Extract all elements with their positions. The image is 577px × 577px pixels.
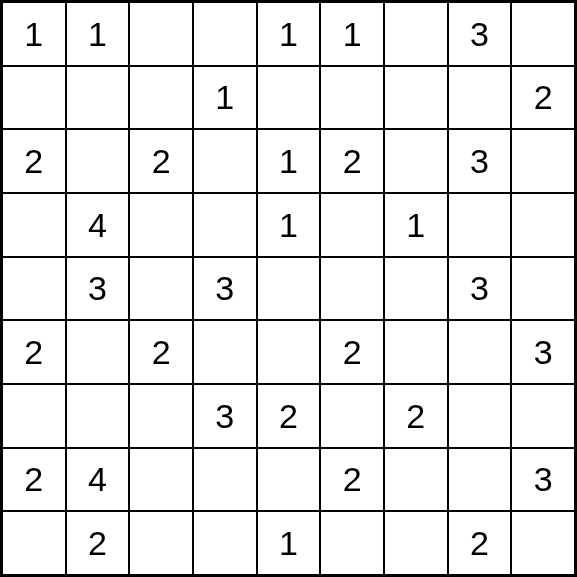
cell-r7-c4[interactable] — [257, 448, 321, 512]
cell-r0-c2[interactable] — [129, 2, 193, 66]
cell-r6-c2[interactable] — [129, 384, 193, 448]
cell-r3-c6[interactable]: 1 — [384, 193, 448, 257]
cell-r7-c2[interactable] — [129, 448, 193, 512]
puzzle-grid: 1 1 1 1 3 1 2 2 2 1 2 3 4 1 1 3 3 3 2 2 … — [0, 0, 577, 577]
cell-r0-c7[interactable]: 3 — [448, 2, 512, 66]
cell-r1-c2[interactable] — [129, 66, 193, 130]
cell-r5-c4[interactable] — [257, 320, 321, 384]
cell-r1-c6[interactable] — [384, 66, 448, 130]
cell-r2-c2[interactable]: 2 — [129, 129, 193, 193]
cell-r1-c7[interactable] — [448, 66, 512, 130]
cell-r0-c3[interactable] — [193, 2, 257, 66]
cell-r4-c8[interactable] — [511, 257, 575, 321]
cell-r8-c2[interactable] — [129, 511, 193, 575]
cell-r4-c2[interactable] — [129, 257, 193, 321]
cell-r7-c1[interactable]: 4 — [66, 448, 130, 512]
cell-r8-c8[interactable] — [511, 511, 575, 575]
cell-r8-c7[interactable]: 2 — [448, 511, 512, 575]
cell-r0-c4[interactable]: 1 — [257, 2, 321, 66]
cell-r1-c5[interactable] — [320, 66, 384, 130]
cell-r5-c0[interactable]: 2 — [2, 320, 66, 384]
cell-r5-c1[interactable] — [66, 320, 130, 384]
cell-r1-c1[interactable] — [66, 66, 130, 130]
cell-r8-c3[interactable] — [193, 511, 257, 575]
cell-r8-c5[interactable] — [320, 511, 384, 575]
cell-r5-c7[interactable] — [448, 320, 512, 384]
cell-r4-c7[interactable]: 3 — [448, 257, 512, 321]
cell-r0-c0[interactable]: 1 — [2, 2, 66, 66]
cell-r7-c8[interactable]: 3 — [511, 448, 575, 512]
cell-r5-c5[interactable]: 2 — [320, 320, 384, 384]
cell-r3-c7[interactable] — [448, 193, 512, 257]
cell-r6-c7[interactable] — [448, 384, 512, 448]
cell-r4-c3[interactable]: 3 — [193, 257, 257, 321]
cell-r6-c6[interactable]: 2 — [384, 384, 448, 448]
cell-r0-c8[interactable] — [511, 2, 575, 66]
cell-r1-c3[interactable]: 1 — [193, 66, 257, 130]
cell-r6-c4[interactable]: 2 — [257, 384, 321, 448]
cell-r6-c1[interactable] — [66, 384, 130, 448]
cell-r8-c0[interactable] — [2, 511, 66, 575]
cell-r3-c5[interactable] — [320, 193, 384, 257]
cell-r2-c0[interactable]: 2 — [2, 129, 66, 193]
cell-r4-c6[interactable] — [384, 257, 448, 321]
cell-r8-c6[interactable] — [384, 511, 448, 575]
cell-r6-c5[interactable] — [320, 384, 384, 448]
cell-r8-c1[interactable]: 2 — [66, 511, 130, 575]
cell-r6-c0[interactable] — [2, 384, 66, 448]
cell-r3-c2[interactable] — [129, 193, 193, 257]
cell-r7-c3[interactable] — [193, 448, 257, 512]
cell-r7-c6[interactable] — [384, 448, 448, 512]
cell-r2-c3[interactable] — [193, 129, 257, 193]
cell-r2-c5[interactable]: 2 — [320, 129, 384, 193]
cell-r1-c4[interactable] — [257, 66, 321, 130]
cell-r7-c0[interactable]: 2 — [2, 448, 66, 512]
cell-r0-c6[interactable] — [384, 2, 448, 66]
cell-r0-c1[interactable]: 1 — [66, 2, 130, 66]
cell-r3-c0[interactable] — [2, 193, 66, 257]
cell-r2-c4[interactable]: 1 — [257, 129, 321, 193]
cell-r0-c5[interactable]: 1 — [320, 2, 384, 66]
cell-r5-c8[interactable]: 3 — [511, 320, 575, 384]
cell-r3-c1[interactable]: 4 — [66, 193, 130, 257]
cell-r1-c0[interactable] — [2, 66, 66, 130]
cell-r7-c5[interactable]: 2 — [320, 448, 384, 512]
cell-r4-c4[interactable] — [257, 257, 321, 321]
cell-r2-c7[interactable]: 3 — [448, 129, 512, 193]
cell-r6-c8[interactable] — [511, 384, 575, 448]
cell-r2-c1[interactable] — [66, 129, 130, 193]
cell-r5-c3[interactable] — [193, 320, 257, 384]
cell-r3-c8[interactable] — [511, 193, 575, 257]
cell-r4-c1[interactable]: 3 — [66, 257, 130, 321]
cell-r3-c3[interactable] — [193, 193, 257, 257]
cell-r3-c4[interactable]: 1 — [257, 193, 321, 257]
cell-r2-c8[interactable] — [511, 129, 575, 193]
cell-r7-c7[interactable] — [448, 448, 512, 512]
cell-r4-c5[interactable] — [320, 257, 384, 321]
cell-r5-c2[interactable]: 2 — [129, 320, 193, 384]
cell-r5-c6[interactable] — [384, 320, 448, 384]
cell-r4-c0[interactable] — [2, 257, 66, 321]
cell-r1-c8[interactable]: 2 — [511, 66, 575, 130]
cell-r6-c3[interactable]: 3 — [193, 384, 257, 448]
cell-r2-c6[interactable] — [384, 129, 448, 193]
cell-r8-c4[interactable]: 1 — [257, 511, 321, 575]
